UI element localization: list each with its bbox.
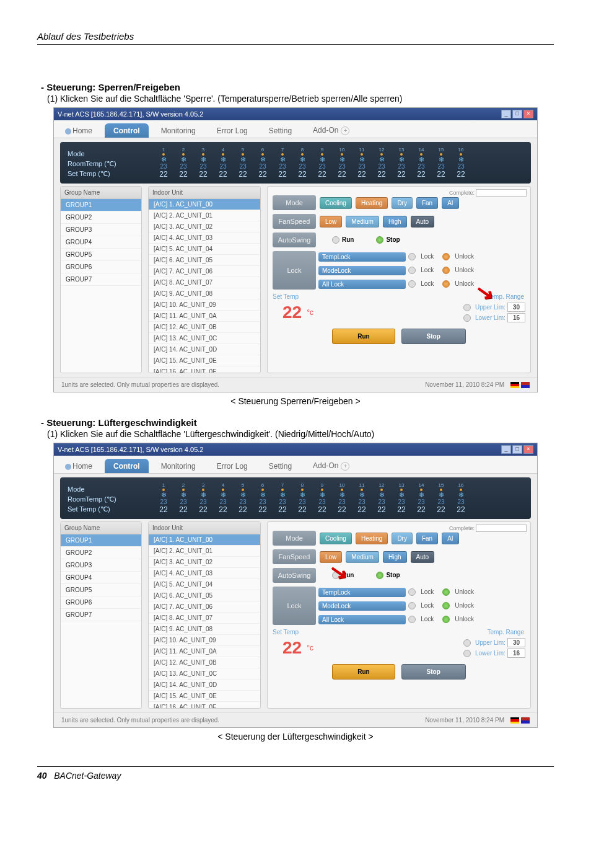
mode-heating[interactable]: Heating [356,533,388,544]
unit-cell[interactable]: 3❄2322 [194,147,212,179]
indoor-unit-item[interactable]: [A/C] 3. AC_UNIT_02 [149,221,260,232]
indoor-unit-item[interactable]: [A/C] 14. AC_UNIT_0D [149,344,260,355]
indoor-unit-item[interactable]: [A/C] 13. AC_UNIT_0C [149,333,260,344]
unit-cell[interactable]: 8❄2322 [293,482,312,514]
templock-lock[interactable] [408,588,416,596]
unit-cell[interactable]: 12❄2322 [372,147,391,179]
tab-addon[interactable]: Add-On+ [304,458,358,473]
indoor-unit-item[interactable]: [A/C] 2. AC_UNIT_01 [149,546,260,557]
indoor-unit-item[interactable]: [A/C] 15. AC_UNIT_0E [149,355,260,366]
indoor-unit-item[interactable]: [A/C] 9. AC_UNIT_08 [149,288,260,299]
mode-cooling[interactable]: Cooling [320,197,352,209]
fan-auto[interactable]: Auto [411,216,435,228]
tab-setting[interactable]: Setting [260,123,300,138]
close-icon[interactable]: × [523,445,533,454]
fan-low[interactable]: Low [320,551,342,563]
indoor-unit-item[interactable]: [A/C] 7. AC_UNIT_06 [149,266,260,277]
mode-heating[interactable]: Heating [356,197,388,209]
indoor-unit-item[interactable]: [A/C] 6. AC_UNIT_05 [149,590,260,601]
addon-plus-icon[interactable]: + [341,126,349,135]
fan-medium[interactable]: Medium [346,216,379,228]
indoor-unit-item[interactable]: [A/C] 11. AC_UNIT_0A [149,646,260,657]
tab-control[interactable]: Control [105,459,149,473]
indoor-unit-item[interactable]: [A/C] 1. AC_UNIT_00 [149,199,260,210]
unit-cell[interactable]: 5❄2322 [234,482,252,514]
unit-cell[interactable]: 3❄2322 [194,482,212,514]
swing-stop-radio[interactable] [376,572,383,579]
mode-fan[interactable]: Fan [416,197,438,209]
stop-button[interactable]: Stop [401,664,466,680]
mode-cooling[interactable]: Cooling [320,533,352,544]
unit-cell[interactable]: 13❄2322 [392,482,411,514]
indoor-unit-item[interactable]: [A/C] 6. AC_UNIT_05 [149,255,260,266]
indoor-unit-item[interactable]: [A/C] 1. AC_UNIT_00 [149,534,260,546]
indoor-unit-item[interactable]: [A/C] 8. AC_UNIT_07 [149,613,260,624]
fan-medium[interactable]: Medium [346,551,379,563]
unit-cell[interactable]: 7❄2322 [273,482,292,514]
unit-cell[interactable]: 11❄2322 [352,482,371,514]
mode-dry[interactable]: Dry [392,533,413,544]
group-item[interactable]: GROUP3 [61,224,141,236]
group-item[interactable]: GROUP1 [61,199,141,211]
group-item[interactable]: GROUP6 [61,261,141,273]
swing-stop-radio[interactable] [376,236,383,244]
stop-button[interactable]: Stop [401,329,466,344]
tab-monitoring[interactable]: Monitoring [152,123,204,138]
tab-addon[interactable]: Add-On+ [304,123,358,138]
unit-cell[interactable]: 14❄2322 [412,482,431,514]
modelock-unlock[interactable] [442,602,450,609]
upper-radio[interactable] [463,639,471,647]
unit-cell[interactable]: 2❄2322 [174,482,193,514]
unit-cell[interactable]: 2❄2322 [174,147,193,179]
maximize-icon[interactable]: □ [512,445,522,454]
indoor-unit-item[interactable]: [A/C] 12. AC_UNIT_0B [149,657,260,668]
mode-dry[interactable]: Dry [392,197,413,209]
unit-cell[interactable]: 8❄2322 [293,147,312,179]
group-item[interactable]: GROUP4 [61,572,141,584]
run-button[interactable]: Run [332,329,395,344]
unit-cell[interactable]: 1❄2322 [154,482,173,514]
addon-plus-icon[interactable]: + [341,462,349,471]
unit-cell[interactable]: 6❄2322 [253,147,272,179]
unit-cell[interactable]: 13❄2322 [392,147,411,179]
tab-control[interactable]: Control [105,123,149,138]
mode-ai[interactable]: AI [442,533,458,544]
indoor-unit-item[interactable]: [A/C] 7. AC_UNIT_06 [149,601,260,613]
unit-cell[interactable]: 16❄2322 [452,147,470,179]
tab-errorlog[interactable]: Error Log [208,123,256,138]
run-button[interactable]: Run [332,664,395,680]
group-item[interactable]: GROUP7 [61,273,141,286]
indoor-unit-item[interactable]: [A/C] 5. AC_UNIT_04 [149,579,260,590]
unit-cell[interactable]: 7❄2322 [273,147,292,179]
unit-cell[interactable]: 1❄2322 [154,147,173,179]
upper-radio[interactable] [463,304,471,311]
alllock-unlock[interactable] [442,616,450,623]
minimize-icon[interactable]: _ [501,110,511,118]
indoor-unit-item[interactable]: [A/C] 13. AC_UNIT_0C [149,668,260,680]
modelock-lock[interactable] [408,267,416,274]
tab-setting[interactable]: Setting [260,459,300,473]
unit-cell[interactable]: 10❄2322 [333,147,351,179]
fan-low[interactable]: Low [320,216,342,228]
indoor-unit-item[interactable]: [A/C] 5. AC_UNIT_04 [149,244,260,255]
indoor-unit-item[interactable]: [A/C] 11. AC_UNIT_0A [149,311,260,322]
alllock-lock[interactable] [408,616,416,623]
unit-cell[interactable]: 15❄2322 [432,482,450,514]
mode-fan[interactable]: Fan [416,533,438,544]
unit-cell[interactable]: 9❄2322 [313,147,331,179]
indoor-unit-item[interactable]: [A/C] 9. AC_UNIT_08 [149,624,260,635]
indoor-unit-item[interactable]: [A/C] 16. AC_UNIT_0F [149,366,260,373]
group-item[interactable]: GROUP6 [61,596,141,609]
unit-cell[interactable]: 11❄2322 [352,147,371,179]
templock-lock[interactable] [408,253,416,260]
swing-run-radio[interactable] [332,572,339,579]
alllock-unlock[interactable] [442,280,450,288]
unit-cell[interactable]: 4❄2322 [214,147,232,179]
modelock-unlock[interactable] [442,267,450,274]
unit-cell[interactable]: 6❄2322 [253,482,272,514]
lower-radio[interactable] [463,314,471,322]
unit-cell[interactable]: 16❄2322 [452,482,470,514]
fan-high[interactable]: High [383,551,407,563]
indoor-unit-item[interactable]: [A/C] 8. AC_UNIT_07 [149,277,260,288]
group-item[interactable]: GROUP5 [61,249,141,261]
